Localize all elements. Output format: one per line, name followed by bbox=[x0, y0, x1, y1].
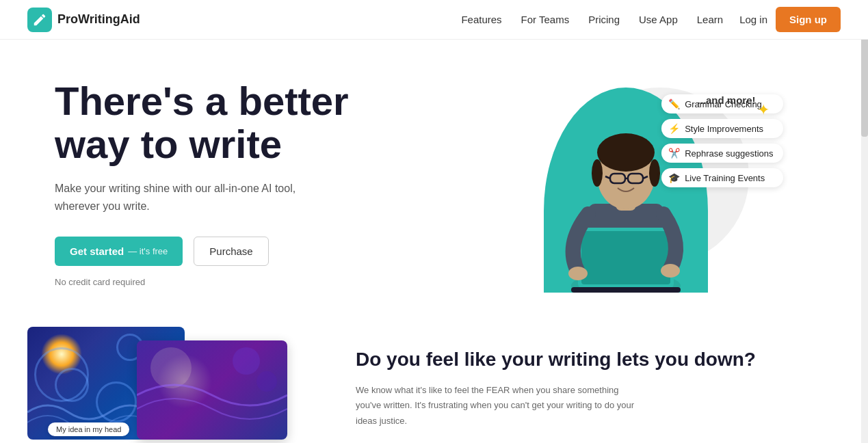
nav-links: Features For Teams Pricing Use App Learn bbox=[461, 14, 723, 26]
free-label: — it's free bbox=[128, 246, 168, 256]
rephrase-icon: ✂️ bbox=[668, 148, 680, 159]
svg-point-17 bbox=[150, 347, 192, 388]
scrollbar[interactable] bbox=[861, 0, 868, 443]
pill-training: 🎓 Live Training Events bbox=[661, 168, 782, 187]
style-icon: ⚡ bbox=[668, 123, 680, 134]
section2: My idea in my head Do you feel like your… bbox=[0, 313, 868, 443]
training-icon: 🎓 bbox=[668, 172, 680, 183]
hero-right: ...and more! ✏️ Grammar Checking ⚡ Style… bbox=[410, 67, 841, 299]
logo-link[interactable]: ProWritingAid bbox=[27, 8, 140, 32]
nav-item-features[interactable]: Features bbox=[461, 14, 501, 26]
no-credit-text: No credit card required bbox=[55, 277, 410, 287]
sparkle-icon: ✦ bbox=[757, 101, 770, 119]
purple-art bbox=[137, 340, 287, 440]
brand-name: ProWritingAid bbox=[57, 12, 140, 27]
hero-subtitle: Make your writing shine with our all-in-… bbox=[55, 180, 308, 215]
pill-rephrase: ✂️ Rephrase suggestions bbox=[661, 144, 782, 163]
navbar: ProWritingAid Features For Teams Pricing… bbox=[0, 0, 868, 40]
nav-item-learn[interactable]: Learn bbox=[697, 14, 723, 26]
grammar-icon: ✏️ bbox=[668, 98, 680, 109]
svg-point-6 bbox=[649, 159, 660, 187]
nav-link-features[interactable]: Features bbox=[461, 14, 501, 25]
artwork-front bbox=[137, 340, 287, 440]
nav-link-for-teams[interactable]: For Teams bbox=[521, 14, 570, 25]
hero-buttons: Get started — it's free Purchase bbox=[55, 237, 410, 266]
logo-icon bbox=[27, 8, 52, 32]
hero-section: There's a better way to write Make your … bbox=[0, 40, 868, 313]
section2-title: Do you feel like your writing lets you d… bbox=[356, 347, 813, 372]
svg-point-5 bbox=[592, 159, 603, 187]
nav-link-pricing[interactable]: Pricing bbox=[588, 14, 620, 25]
nav-link-use-app[interactable]: Use App bbox=[639, 14, 678, 25]
nav-link-learn[interactable]: Learn bbox=[697, 14, 723, 25]
get-started-button[interactable]: Get started — it's free bbox=[55, 237, 183, 266]
hero-title: There's a better way to write bbox=[55, 79, 410, 167]
nav-item-use-app[interactable]: Use App bbox=[639, 14, 678, 26]
nav-item-for-teams[interactable]: For Teams bbox=[521, 14, 570, 26]
svg-point-19 bbox=[257, 371, 277, 392]
my-idea-tag: My idea in my head bbox=[48, 422, 129, 436]
svg-rect-14 bbox=[571, 287, 681, 293]
svg-point-4 bbox=[597, 133, 655, 172]
signup-button[interactable]: Sign up bbox=[776, 7, 841, 32]
login-button[interactable]: Log in bbox=[739, 14, 767, 25]
svg-point-16 bbox=[661, 264, 680, 278]
hero-left: There's a better way to write Make your … bbox=[55, 79, 410, 288]
hero-illustration: ...and more! ✏️ Grammar Checking ⚡ Style… bbox=[482, 74, 770, 293]
artwork-stack: My idea in my head bbox=[27, 327, 287, 443]
section2-right: Do you feel like your writing lets you d… bbox=[356, 327, 813, 429]
svg-point-15 bbox=[568, 267, 588, 280]
and-more-text: ...and more! bbox=[697, 94, 755, 106]
nav-item-pricing[interactable]: Pricing bbox=[588, 14, 620, 26]
section2-artwork: My idea in my head bbox=[27, 327, 315, 443]
svg-rect-13 bbox=[581, 231, 670, 284]
svg-point-18 bbox=[233, 347, 260, 375]
section2-body: We know what it's like to feel the FEAR … bbox=[356, 383, 643, 428]
purchase-button[interactable]: Purchase bbox=[194, 237, 268, 266]
pill-style: ⚡ Style Improvements bbox=[661, 119, 782, 138]
